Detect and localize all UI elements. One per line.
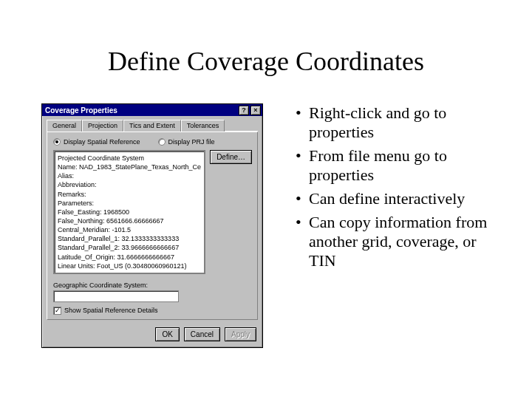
tab-general[interactable]: General [47,120,82,132]
list-item: Can copy information from another grid, … [296,213,497,270]
proj-line: Name: NAD_1983_StatePlane_Texas_North_Ce [58,163,201,171]
dialog-button-row: OK Cancel Apply [42,324,262,347]
proj-line: Parameters: [58,199,201,208]
radio-icon [158,138,166,146]
proj-line: Projected Coordinate System [58,154,201,163]
radio-icon [53,138,61,146]
close-icon[interactable]: × [250,106,261,115]
proj-line: Linear Units: Foot_US (0.30480060960121) [58,262,201,270]
projection-panel: Display Spatial Reference Display PRJ fi… [47,132,258,320]
dialog-titlebar[interactable]: Coverage Properties ? × [42,104,262,116]
proj-line: Latitude_Of_Origin: 31.6666666666667 [58,253,201,262]
proj-line: Alias: [58,171,201,180]
list-item: Can define interactively [296,189,497,208]
radio-display-spatial-ref[interactable]: Display Spatial Reference [53,138,140,146]
list-item: From file menu go to properties [296,146,497,185]
dialog-title: Coverage Properties [45,106,237,115]
tab-tolerances[interactable]: Tolerances [181,120,225,132]
show-details-checkbox[interactable]: ✓ Show Spatial Reference Details [53,307,251,315]
radio-label: Display Spatial Reference [64,138,140,146]
tab-tics-extent[interactable]: Tics and Extent [123,120,181,132]
projection-info-text: Projected Coordinate System Name: NAD_19… [54,151,205,273]
cancel-button[interactable]: Cancel [184,327,220,341]
proj-line: Standard_Parallel_2: 33.9666666666667 [58,243,201,252]
help-icon[interactable]: ? [239,106,249,115]
define-button[interactable]: Define… [210,150,252,164]
geo-coord-label: Geographic Coordinate System: [53,282,251,289]
slide-title: Define Coverage Coordinates [0,0,532,77]
proj-line: Remarks: [58,190,201,199]
proj-line: Central_Meridian: -101.5 [58,225,201,234]
checkbox-label: Show Spatial Reference Details [64,307,158,314]
proj-line: False_Easting: 1968500 [58,208,201,216]
list-item: Right-click and go to properties [296,103,497,142]
tab-projection[interactable]: Projection [82,120,123,132]
checkbox-icon: ✓ [53,307,61,315]
proj-line: False_Northing: 6561666.66666667 [58,216,201,225]
geo-coord-field[interactable] [53,290,179,302]
proj-line: Abbreviation: [58,180,201,189]
tab-strip: General Projection Tics and Extent Toler… [47,119,258,132]
apply-button[interactable]: Apply [225,327,256,341]
proj-line: Standard_Parallel_1: 32.1333333333333 [58,234,201,243]
projection-info-group: Projected Coordinate System Name: NAD_19… [53,150,205,274]
bullet-list: Right-click and go to properties From fi… [290,103,497,348]
radio-label: Display PRJ file [168,138,215,146]
ok-button[interactable]: OK [155,327,179,341]
radio-display-prj-file[interactable]: Display PRJ file [158,138,215,146]
coverage-properties-dialog: Coverage Properties ? × General Projecti… [41,103,263,348]
